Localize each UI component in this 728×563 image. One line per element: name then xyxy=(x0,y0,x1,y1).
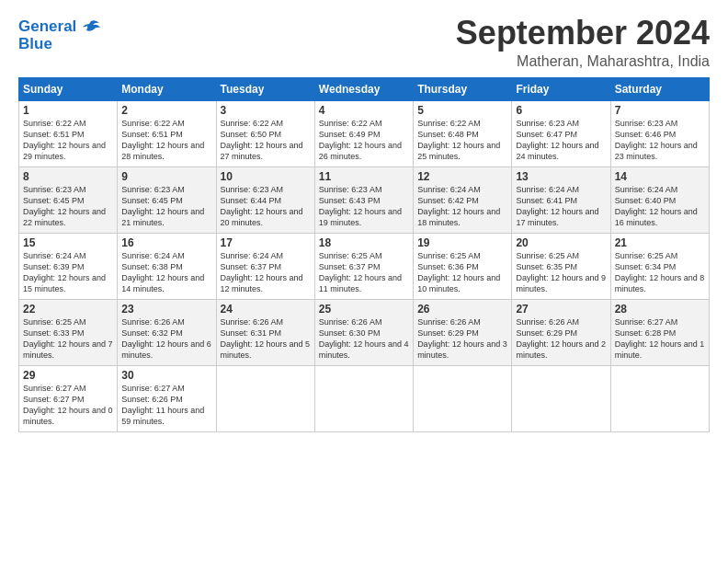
calendar-cell: 2Sunrise: 6:22 AMSunset: 6:51 PMDaylight… xyxy=(118,100,216,167)
calendar-cell xyxy=(314,365,413,431)
day-info: Sunrise: 6:24 AMSunset: 6:41 PMDaylight:… xyxy=(516,185,598,227)
day-info: Sunrise: 6:27 AMSunset: 6:27 PMDaylight:… xyxy=(23,384,113,426)
col-thursday: Thursday xyxy=(414,77,512,100)
calendar-cell: 23Sunrise: 6:26 AMSunset: 6:32 PMDayligh… xyxy=(118,299,216,365)
day-number: 29 xyxy=(23,369,113,382)
day-info: Sunrise: 6:26 AMSunset: 6:32 PMDaylight:… xyxy=(121,317,211,360)
day-number: 28 xyxy=(615,303,705,316)
calendar-cell: 28Sunrise: 6:27 AMSunset: 6:28 PMDayligh… xyxy=(610,299,709,365)
page: General Blue September 2024 Matheran, Ma… xyxy=(0,0,728,563)
day-number: 25 xyxy=(319,303,409,316)
header: General Blue September 2024 Matheran, Ma… xyxy=(18,15,710,70)
day-info: Sunrise: 6:22 AMSunset: 6:50 PMDaylight:… xyxy=(221,119,303,161)
day-number: 18 xyxy=(319,236,409,249)
day-number: 15 xyxy=(23,236,113,249)
day-number: 8 xyxy=(23,170,113,183)
calendar-cell: 18Sunrise: 6:25 AMSunset: 6:37 PMDayligh… xyxy=(314,233,413,299)
day-info: Sunrise: 6:22 AMSunset: 6:48 PMDaylight:… xyxy=(417,119,500,161)
calendar-week-5: 29Sunrise: 6:27 AMSunset: 6:27 PMDayligh… xyxy=(19,365,710,431)
day-info: Sunrise: 6:26 AMSunset: 6:30 PMDaylight:… xyxy=(319,317,409,360)
calendar-cell: 15Sunrise: 6:24 AMSunset: 6:39 PMDayligh… xyxy=(19,233,118,299)
day-info: Sunrise: 6:23 AMSunset: 6:46 PMDaylight:… xyxy=(615,119,698,161)
logo-bird-icon xyxy=(81,19,101,36)
day-number: 13 xyxy=(516,170,606,183)
day-number: 19 xyxy=(417,236,507,249)
day-number: 14 xyxy=(615,170,705,183)
day-number: 20 xyxy=(516,236,606,249)
day-number: 11 xyxy=(319,170,409,183)
calendar-cell: 29Sunrise: 6:27 AMSunset: 6:27 PMDayligh… xyxy=(19,365,118,431)
calendar-cell: 16Sunrise: 6:24 AMSunset: 6:38 PMDayligh… xyxy=(118,233,216,299)
day-info: Sunrise: 6:24 AMSunset: 6:39 PMDaylight:… xyxy=(23,251,106,293)
calendar-cell: 22Sunrise: 6:25 AMSunset: 6:33 PMDayligh… xyxy=(19,299,118,365)
day-number: 3 xyxy=(221,104,311,117)
calendar-cell: 30Sunrise: 6:27 AMSunset: 6:26 PMDayligh… xyxy=(118,365,216,431)
day-info: Sunrise: 6:25 AMSunset: 6:36 PMDaylight:… xyxy=(417,251,500,293)
calendar-table: Sunday Monday Tuesday Wednesday Thursday… xyxy=(18,77,710,432)
day-number: 26 xyxy=(417,303,507,316)
day-number: 2 xyxy=(121,104,211,117)
day-number: 9 xyxy=(121,170,211,183)
location-title: Matheran, Maharashtra, India xyxy=(456,53,710,70)
month-title: September 2024 xyxy=(456,15,710,52)
title-block: September 2024 Matheran, Maharashtra, In… xyxy=(456,15,710,70)
calendar-cell xyxy=(414,365,512,431)
day-info: Sunrise: 6:22 AMSunset: 6:51 PMDaylight:… xyxy=(23,119,106,161)
calendar-cell: 3Sunrise: 6:22 AMSunset: 6:50 PMDaylight… xyxy=(216,100,314,167)
day-number: 23 xyxy=(121,303,211,316)
logo-blue: Blue xyxy=(18,36,101,53)
calendar-cell: 20Sunrise: 6:25 AMSunset: 6:35 PMDayligh… xyxy=(512,233,610,299)
day-info: Sunrise: 6:24 AMSunset: 6:38 PMDaylight:… xyxy=(121,251,204,293)
calendar-cell: 5Sunrise: 6:22 AMSunset: 6:48 PMDaylight… xyxy=(414,100,512,167)
calendar-cell: 26Sunrise: 6:26 AMSunset: 6:29 PMDayligh… xyxy=(414,299,512,365)
calendar-cell: 10Sunrise: 6:23 AMSunset: 6:44 PMDayligh… xyxy=(216,167,314,233)
calendar-cell: 4Sunrise: 6:22 AMSunset: 6:49 PMDaylight… xyxy=(314,100,413,167)
calendar-week-4: 22Sunrise: 6:25 AMSunset: 6:33 PMDayligh… xyxy=(19,299,710,365)
day-info: Sunrise: 6:24 AMSunset: 6:37 PMDaylight:… xyxy=(221,251,303,293)
calendar-cell: 25Sunrise: 6:26 AMSunset: 6:30 PMDayligh… xyxy=(314,299,413,365)
day-number: 12 xyxy=(417,170,507,183)
day-number: 4 xyxy=(319,104,409,117)
day-info: Sunrise: 6:23 AMSunset: 6:45 PMDaylight:… xyxy=(23,185,106,227)
day-info: Sunrise: 6:26 AMSunset: 6:29 PMDaylight:… xyxy=(417,317,507,360)
day-info: Sunrise: 6:26 AMSunset: 6:29 PMDaylight:… xyxy=(516,317,606,360)
calendar-cell: 24Sunrise: 6:26 AMSunset: 6:31 PMDayligh… xyxy=(216,299,314,365)
day-info: Sunrise: 6:23 AMSunset: 6:44 PMDaylight:… xyxy=(221,185,303,227)
day-info: Sunrise: 6:25 AMSunset: 6:35 PMDaylight:… xyxy=(516,251,606,293)
calendar-cell xyxy=(610,365,709,431)
day-info: Sunrise: 6:23 AMSunset: 6:43 PMDaylight:… xyxy=(319,185,402,227)
calendar-cell xyxy=(216,365,314,431)
day-number: 17 xyxy=(221,236,311,249)
calendar-cell: 12Sunrise: 6:24 AMSunset: 6:42 PMDayligh… xyxy=(414,167,512,233)
calendar-cell: 14Sunrise: 6:24 AMSunset: 6:40 PMDayligh… xyxy=(610,167,709,233)
col-friday: Friday xyxy=(512,77,610,100)
col-wednesday: Wednesday xyxy=(314,77,413,100)
day-number: 27 xyxy=(516,303,606,316)
day-number: 1 xyxy=(23,104,113,117)
calendar-cell: 19Sunrise: 6:25 AMSunset: 6:36 PMDayligh… xyxy=(414,233,512,299)
day-info: Sunrise: 6:27 AMSunset: 6:28 PMDaylight:… xyxy=(615,317,705,360)
col-saturday: Saturday xyxy=(610,77,709,100)
col-sunday: Sunday xyxy=(19,77,118,100)
day-info: Sunrise: 6:24 AMSunset: 6:42 PMDaylight:… xyxy=(417,185,500,227)
calendar-cell: 21Sunrise: 6:25 AMSunset: 6:34 PMDayligh… xyxy=(610,233,709,299)
calendar-cell xyxy=(512,365,610,431)
calendar-cell: 13Sunrise: 6:24 AMSunset: 6:41 PMDayligh… xyxy=(512,167,610,233)
calendar-cell: 27Sunrise: 6:26 AMSunset: 6:29 PMDayligh… xyxy=(512,299,610,365)
day-number: 16 xyxy=(121,236,211,249)
day-number: 7 xyxy=(615,104,705,117)
calendar-week-3: 15Sunrise: 6:24 AMSunset: 6:39 PMDayligh… xyxy=(19,233,710,299)
day-info: Sunrise: 6:23 AMSunset: 6:45 PMDaylight:… xyxy=(121,185,204,227)
calendar-cell: 17Sunrise: 6:24 AMSunset: 6:37 PMDayligh… xyxy=(216,233,314,299)
day-info: Sunrise: 6:27 AMSunset: 6:26 PMDaylight:… xyxy=(121,384,204,426)
day-info: Sunrise: 6:22 AMSunset: 6:51 PMDaylight:… xyxy=(121,119,204,161)
calendar-cell: 9Sunrise: 6:23 AMSunset: 6:45 PMDaylight… xyxy=(118,167,216,233)
day-number: 24 xyxy=(221,303,311,316)
calendar-cell: 7Sunrise: 6:23 AMSunset: 6:46 PMDaylight… xyxy=(610,100,709,167)
day-info: Sunrise: 6:25 AMSunset: 6:34 PMDaylight:… xyxy=(615,251,705,293)
day-info: Sunrise: 6:23 AMSunset: 6:47 PMDaylight:… xyxy=(516,119,598,161)
day-info: Sunrise: 6:24 AMSunset: 6:40 PMDaylight:… xyxy=(615,185,698,227)
col-tuesday: Tuesday xyxy=(216,77,314,100)
calendar-week-2: 8Sunrise: 6:23 AMSunset: 6:45 PMDaylight… xyxy=(19,167,710,233)
calendar-cell: 11Sunrise: 6:23 AMSunset: 6:43 PMDayligh… xyxy=(314,167,413,233)
